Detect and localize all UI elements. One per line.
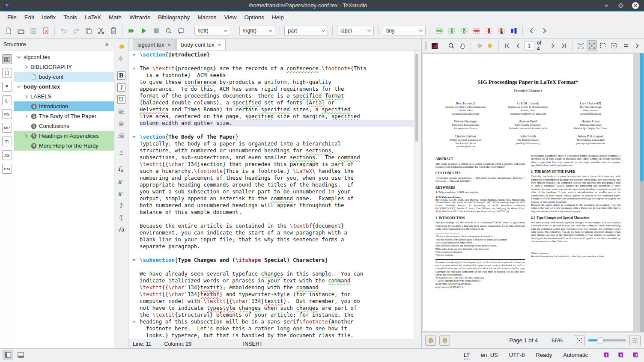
fullscreen-icon[interactable] [629, 335, 641, 346]
fold-gutter[interactable] [128, 236, 140, 243]
menu-macros[interactable]: Macros [194, 13, 220, 22]
fold-gutter[interactable] [128, 99, 140, 106]
code-line[interactable] [128, 250, 419, 257]
side-tab-brackets[interactable]: ([. [2, 95, 12, 105]
comment-icon[interactable] [175, 25, 187, 36]
fold-gutter[interactable] [128, 209, 140, 216]
languagetool-status[interactable]: LT [464, 352, 470, 358]
fold-gutter[interactable] [128, 181, 140, 188]
structure-item-sigconf-tex[interactable]: sigconf.tex [14, 52, 114, 62]
code-line[interactable]: heading of this subsection will be in a … [128, 318, 419, 325]
code-line[interactable]: (balanced double columns), a specified s… [128, 99, 419, 106]
cut-icon[interactable] [95, 25, 107, 36]
editor-scrollbar-thumb[interactable] [415, 54, 418, 142]
remove-column-icon[interactable] [483, 25, 495, 36]
code-line[interactable] [128, 216, 419, 223]
code-line[interactable]: environment, you can indicate the start … [128, 229, 419, 236]
code-line[interactable]: blank line in your input file; that is w… [128, 236, 419, 243]
toggle-bottom-panel-icon[interactable] [15, 350, 26, 360]
structure-item-bibliography[interactable]: BIBLIOGRAPHY [14, 62, 114, 72]
open-file-icon[interactable] [15, 25, 27, 36]
subscript-icon[interactable]: x [116, 176, 127, 187]
side-tab-tikz[interactable]: TI [2, 136, 12, 146]
code-line[interactable]: such a hierarchy.\footnote{This is a foo… [128, 168, 419, 175]
chevron-right-icon[interactable] [23, 64, 29, 70]
page-number-input[interactable] [524, 41, 534, 50]
editor-pdf-splitter[interactable] [419, 39, 422, 348]
menu-latex[interactable]: LaTeX [81, 13, 105, 22]
editor-tab-body-conf-tex[interactable]: body-conf.tex× [176, 39, 226, 50]
search-icon[interactable] [446, 40, 456, 51]
sectioning-combo[interactable]: part [284, 26, 328, 36]
editor-scrollbar[interactable] [414, 50, 419, 339]
close-tab-icon[interactable]: × [218, 42, 221, 48]
structure-item-the-body-of-the-paper[interactable]: SThe Body of The Paper [14, 111, 114, 121]
add-row-icon[interactable] [433, 25, 445, 36]
close-panel-icon[interactable]: × [103, 41, 110, 48]
fold-gutter[interactable] [128, 223, 140, 229]
redo-icon[interactable] [70, 25, 82, 36]
add-column-icon[interactable] [446, 25, 457, 36]
fold-gutter[interactable] [128, 127, 140, 134]
chevron-down-icon[interactable] [16, 84, 22, 89]
fold-gutter[interactable] [128, 65, 140, 72]
code-line[interactable]: you want a sub-subsection or smaller par… [128, 188, 419, 195]
fold-gutter[interactable] [128, 298, 140, 305]
menu-wizards[interactable]: Wizards [125, 13, 154, 22]
fold-gutter[interactable] [128, 277, 140, 284]
encoding-indicator[interactable]: UTF-8 [509, 352, 525, 358]
left-delimiter-combo[interactable]: \left( [194, 26, 230, 36]
chevron-right-icon[interactable] [23, 133, 29, 139]
code-line[interactable]: computer code) with \texttt{{\char'134}t… [128, 298, 419, 305]
overbrace-icon[interactable] [116, 212, 127, 223]
fold-gutter[interactable] [128, 120, 140, 127]
align-right-icon[interactable] [116, 130, 127, 141]
toggle-side-panel-icon[interactable] [3, 350, 13, 360]
fold-gutter[interactable] [128, 79, 140, 86]
copy-icon[interactable] [83, 25, 94, 36]
structure-item-introduction[interactable]: SIntroduction [14, 101, 114, 111]
fold-gutter[interactable] [128, 58, 140, 65]
fold-gutter[interactable] [128, 305, 140, 312]
new-file-icon[interactable] [3, 25, 14, 36]
code-line[interactable]: subsections, sub-subsections, and even s… [128, 154, 419, 161]
font-size-combo[interactable]: tiny [383, 26, 426, 36]
reference-combo[interactable]: label [337, 26, 374, 36]
fold-gutter[interactable] [128, 72, 140, 79]
fold-gutter[interactable] [128, 113, 140, 120]
fold-gutter[interactable] [128, 202, 140, 209]
function-icon[interactable]: f× [116, 164, 127, 175]
toolbar-grip[interactable] [425, 42, 427, 50]
previous-page-icon[interactable] [513, 40, 523, 51]
cut-column-icon[interactable] [495, 25, 507, 36]
fold-gutter[interactable] [128, 270, 140, 277]
fold-gutter[interactable] [128, 325, 140, 332]
compile-icon[interactable] [138, 25, 149, 36]
pan-icon[interactable] [457, 40, 468, 51]
fold-marker-icon[interactable] [132, 68, 136, 70]
code-line[interactable]: Because the entire article is contained … [128, 223, 419, 229]
paste-column-icon[interactable] [458, 25, 470, 36]
minimize-icon[interactable] [602, 1, 611, 10]
fold-gutter[interactable] [128, 168, 140, 175]
pdf-scrollbar[interactable] [640, 53, 644, 332]
side-tab-symbols[interactable]: * [2, 82, 12, 92]
bookmark-2-icon[interactable]: 2 [617, 351, 624, 359]
fold-gutter[interactable] [128, 86, 140, 92]
code-line[interactable]: column width and gutter size. [128, 120, 419, 127]
menu-idefix[interactable]: Idefix [38, 13, 60, 22]
fold-marker-icon[interactable] [132, 54, 136, 56]
build-and-view-icon[interactable] [125, 25, 137, 36]
previous-document-icon[interactable] [526, 25, 537, 36]
chevron-right-icon[interactable] [23, 113, 29, 119]
nav-back-icon[interactable] [474, 40, 484, 51]
menu-math[interactable]: Math [105, 13, 125, 22]
fold-marker-icon[interactable] [132, 321, 136, 323]
code-line[interactable]: the \textit{structural} elements of your… [128, 312, 419, 318]
pdf-scrollbar-thumb[interactable] [640, 53, 644, 181]
structure-item-headings-in-appendices[interactable]: SHeadings in Appendices [14, 131, 114, 141]
fold-gutter[interactable] [128, 134, 140, 140]
fold-gutter[interactable] [128, 291, 140, 298]
fold-marker-icon[interactable] [132, 259, 136, 261]
side-tab-pstricks[interactable]: PS [2, 109, 12, 119]
